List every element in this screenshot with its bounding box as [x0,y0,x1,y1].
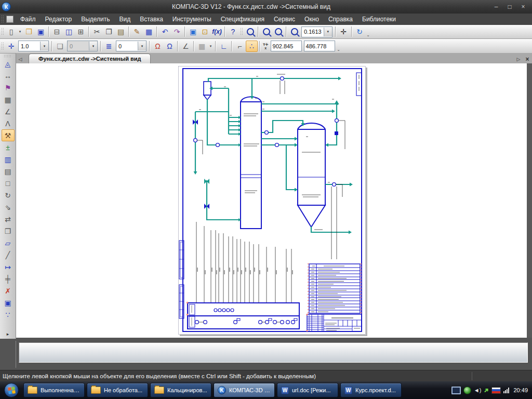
paste-button[interactable]: ▤ [115,26,127,37]
menu-tools[interactable]: Инструменты [168,15,216,24]
close-button[interactable]: × [516,2,530,12]
current-layer-combo-dropdown-icon[interactable]: ▾ [138,42,146,50]
tab-close-button[interactable]: × [523,55,532,63]
new-document-dropdown-icon[interactable]: ▾ [17,26,23,37]
panel-select-region-button[interactable]: □ [2,177,15,189]
panel-shift-button[interactable]: ⇄ [2,213,15,225]
open-document-button[interactable]: ❒ [23,26,35,37]
panel-overflow-button[interactable]: ▸ [7,331,9,337]
panel-copy-objects-button[interactable]: ❐ [2,225,15,237]
change-view-scale-button[interactable]: ✛ [5,41,17,52]
drawing-canvas[interactable] [16,63,532,338]
copy-properties-button[interactable]: ✎ [131,26,143,37]
drawing-sheet[interactable] [178,66,366,335]
undo-button[interactable]: ↶ [159,26,171,37]
menubar-grip[interactable] [1,15,4,23]
toolbar-overflow-button[interactable]: ⌄ [366,26,371,37]
print-preview-button[interactable]: ◫ [63,26,75,37]
view-manager-button[interactable]: ❏ [54,41,66,52]
document-tab[interactable]: Функ.сх.дист..cdw ->Системный вид [29,54,151,63]
compact-panel-grip[interactable] [4,55,12,57]
toolbar-overflow-button[interactable]: ⌄ [336,41,341,52]
zoom-current-button[interactable] [288,26,300,37]
menu-select[interactable]: Выделить [76,15,114,24]
menu-view[interactable]: Вид [115,15,136,24]
print-setup-button[interactable]: ⊞ [75,26,87,37]
menu-libraries[interactable]: Библиотеки [357,15,401,24]
panel-scale-button[interactable]: ⇘ [2,201,15,213]
redo-button[interactable]: ↷ [171,26,183,37]
snap-toggle-button[interactable]: Ω [164,41,176,52]
panel-parametric-button[interactable]: ± [2,141,15,153]
panel-editing-button[interactable]: ⚒ [2,129,15,141]
toolbar-grip[interactable] [240,28,243,36]
panel-transform-button[interactable]: ▱ [2,237,15,249]
panel-split-curve-button[interactable]: ╪ [2,273,15,285]
taskbar-folder-2-button[interactable]: Не обработа... [87,383,148,397]
grid-dropdown-icon[interactable]: ▾ [208,41,214,52]
panel-trim-curve-button[interactable]: ╱ [2,249,15,261]
current-view-combo-dropdown-icon[interactable]: ▾ [89,42,97,50]
ortho-drawing-button[interactable]: ⌐ [234,41,246,52]
taskbar-folder-3-button[interactable]: Кальциниров... [150,383,211,397]
taskbar-word-2-button[interactable]: WКурс.проект.d... [340,383,402,397]
menu-window[interactable]: Окно [300,15,324,24]
point-snap-mode-button[interactable]: ∴ [246,41,258,52]
current-view-combo[interactable]: 0▾ [67,41,98,51]
local-cs-button[interactable]: ∟ [218,41,230,52]
clock[interactable]: 20:49 [513,387,528,393]
panel-specification-panel-button[interactable]: ▤ [2,165,15,177]
menu-specification[interactable]: Спецификация [216,15,269,24]
pan-button[interactable]: ✛ [338,26,350,37]
layer-manager-button[interactable]: ≣ [103,41,115,52]
usb-safe-remove-icon[interactable]: ➔ [482,385,491,394]
panel-rotate-button[interactable]: ↻ [2,189,15,201]
panel-designations-button[interactable]: ⚑ [2,82,15,94]
minimize-button[interactable]: – [489,2,503,12]
display-settings-icon[interactable] [451,387,461,394]
functions-button[interactable]: f(x) [211,26,223,37]
taskbar-word-1-button[interactable]: Wurl.doc [Режи... [277,383,338,397]
panel-measure-button[interactable]: Λ [2,117,15,129]
snap-settings-button[interactable]: Ω [152,41,164,52]
menu-service[interactable]: Сервис [269,15,300,24]
current-layer-combo[interactable]: 0▾ [116,41,147,51]
language-ru-icon[interactable] [491,387,501,394]
current-scale-combo-dropdown-icon[interactable]: ▾ [40,42,48,50]
copy-button[interactable]: ❐ [103,26,115,37]
current-scale-combo[interactable]: 1.0▾ [18,41,49,51]
taskbar-folder-1-button[interactable]: Выполненная... [23,383,85,397]
menu-file[interactable]: Файл [16,15,41,24]
network-icon[interactable] [503,388,509,393]
panel-parameterization-button[interactable]: ∠ [2,105,15,117]
volume-icon[interactable]: ◄) [474,388,482,393]
menu-editor[interactable]: Редактор [41,15,77,24]
toolbar-grip[interactable] [1,42,4,50]
zoom-scale-combo-dropdown-icon[interactable]: ▾ [324,28,332,36]
panel-view-control-button[interactable]: ▥ [2,153,15,165]
cut-button[interactable]: ✂ [91,26,103,37]
panel-dimensions-button[interactable]: ↔ [2,70,15,82]
variables-window-button[interactable]: ⊡ [199,26,211,37]
panel-geometry-button[interactable]: ◬ [2,58,15,70]
taskbar-kompas-button[interactable]: KКОМПАС-3D V... [214,383,275,397]
toolbar-grip[interactable] [1,28,4,36]
tab-scroll-left-button[interactable]: ◁ [16,55,24,63]
antivirus-icon[interactable] [463,387,471,394]
object-properties-button[interactable]: ▦ [143,26,155,37]
coordinate-x-field[interactable]: 486.778 [304,41,335,51]
save-document-button[interactable]: ▣ [35,26,47,37]
zoom-frame-button[interactable] [260,26,272,37]
grid-toggle-button[interactable]: ▦ [196,41,208,52]
refresh-image-button[interactable]: ↻ [354,26,366,37]
coordinate-y-field[interactable]: 902.845 [271,41,302,51]
restore-button[interactable]: □ [503,2,516,12]
tab-scroll-right-button[interactable]: ▷ [514,55,523,63]
print-button[interactable]: ⊟ [51,26,63,37]
zoom-scale-combo[interactable]: 0.1613▾ [301,26,332,37]
panel-insertions-button[interactable]: ▦ [2,94,15,105]
panel-delete-part-button[interactable]: ✗ [2,285,15,297]
angle-snap-button[interactable]: ∠ [180,41,192,52]
start-button[interactable] [4,383,19,397]
panel-extend-curve-button[interactable]: ↦ [2,261,15,273]
